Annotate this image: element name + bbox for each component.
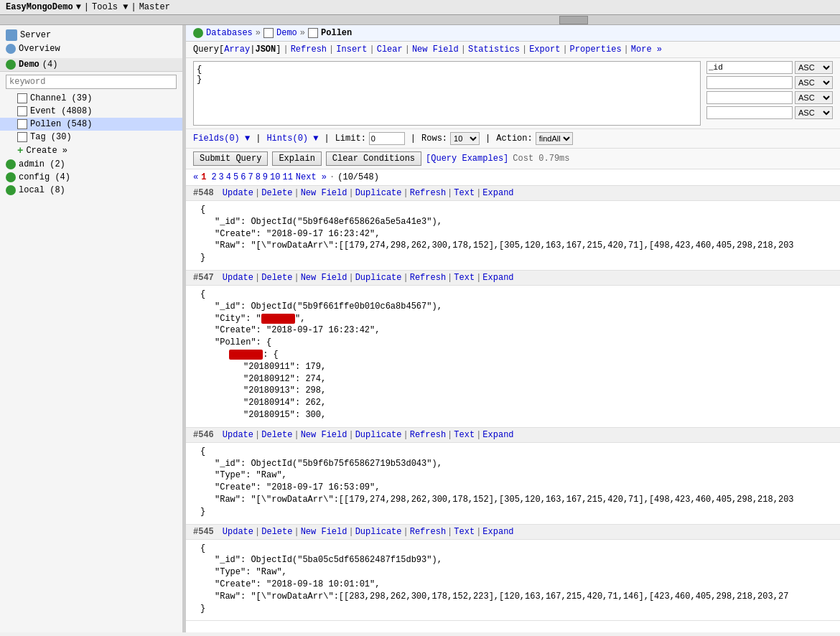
record-action-duplicate[interactable]: Duplicate <box>355 527 402 537</box>
sort-order-select-0[interactable]: ASC DESC <box>795 61 833 74</box>
sidebar-item-overview[interactable]: Overview <box>0 42 182 55</box>
page-link-3[interactable]: 3 <box>219 172 224 182</box>
record-action-update[interactable]: Update <box>223 273 253 283</box>
json-line: "Create": "2018-09-17 16:53:09", <box>200 482 826 494</box>
record-action-delete[interactable]: Delete <box>261 188 292 198</box>
record-action-text[interactable]: Text <box>454 430 475 440</box>
other-db-name: local (8) <box>19 185 65 195</box>
action-select[interactable]: findAll find count <box>536 132 573 145</box>
json-city-line: "City": "REDACT", <box>200 313 826 325</box>
record-action-new field[interactable]: New Field <box>301 527 347 537</box>
next-page[interactable]: Next » <box>296 172 327 182</box>
record-action-new field[interactable]: New Field <box>301 188 347 198</box>
hints-dropdown[interactable]: Hints(0) ▼ <box>266 134 318 144</box>
record-action-text[interactable]: Text <box>454 273 475 283</box>
page-link-8[interactable]: 8 <box>256 172 261 182</box>
fields-dropdown[interactable]: Fields(0) ▼ <box>193 134 250 144</box>
app-title-button[interactable]: EasyMongoDemo <box>6 2 73 12</box>
record-action-expand[interactable]: Expand <box>482 527 513 537</box>
breadcrumb-sep1: » <box>256 28 261 38</box>
sidebar-collection-tag[interactable]: Tag (30) <box>0 131 182 144</box>
explain-button[interactable]: Explain <box>272 151 321 166</box>
query-editor[interactable]: { } <box>193 61 701 126</box>
query-pipe: | <box>250 45 255 55</box>
sidebar-collection-pollen[interactable]: Pollen (548) <box>0 118 182 131</box>
collection-name: Channel (39) <box>30 93 92 103</box>
query-examples-link[interactable]: [Query Examples] <box>426 154 508 164</box>
record-action-delete[interactable]: Delete <box>261 273 292 283</box>
sidebar-db-config[interactable]: config (4) <box>0 171 182 184</box>
record-action-duplicate[interactable]: Duplicate <box>355 273 402 283</box>
page-link-7[interactable]: 7 <box>248 172 253 182</box>
limit-input[interactable] <box>369 132 405 145</box>
breadcrumb-demo[interactable]: Demo <box>276 28 297 38</box>
record-action-update[interactable]: Update <box>223 188 253 198</box>
toolbar-statistics-link[interactable]: Statistics <box>468 45 520 55</box>
toolbar-newfield-link[interactable]: New Field <box>412 45 459 55</box>
record-action-text[interactable]: Text <box>454 188 475 198</box>
toolbar-properties-link[interactable]: Properties <box>570 45 622 55</box>
page-link-4[interactable]: 4 <box>226 172 231 182</box>
toolbar-export-link[interactable]: Export <box>529 45 560 55</box>
sidebar-db-admin[interactable]: admin (2) <box>0 158 182 171</box>
sort-field-input-0[interactable] <box>706 61 793 74</box>
cost-text: Cost 0.79ms <box>513 154 569 164</box>
page-link-5[interactable]: 5 <box>233 172 238 182</box>
sidebar-item-server[interactable]: Server <box>0 28 182 42</box>
record-action-new field[interactable]: New Field <box>301 273 347 283</box>
page-link-2[interactable]: 2 <box>211 172 216 182</box>
record-action-text[interactable]: Text <box>454 527 475 537</box>
record-action-expand[interactable]: Expand <box>482 273 513 283</box>
sidebar-db-local[interactable]: local (8) <box>0 184 182 197</box>
prev-page[interactable]: « <box>193 172 198 182</box>
sort-field-input-3[interactable] <box>706 106 793 119</box>
sort-field-input-1[interactable] <box>706 76 793 89</box>
sort-order-select-3[interactable]: ASC DESC <box>795 106 833 119</box>
record-action-expand[interactable]: Expand <box>482 188 513 198</box>
record-action-refresh[interactable]: Refresh <box>410 188 446 198</box>
sidebar-db-demo[interactable]: Demo (4) <box>0 58 182 72</box>
record-action-refresh[interactable]: Refresh <box>410 430 446 440</box>
submit-query-button[interactable]: Submit Query <box>193 151 268 166</box>
json-line: "_id": ObjectId("5ba05c5df65862487f15db9… <box>200 554 826 566</box>
tools-menu[interactable]: Tools ▼ <box>92 2 128 12</box>
bracket-close: ] <box>276 45 281 55</box>
breadcrumb-databases[interactable]: Databases <box>206 28 253 38</box>
record-action-new field[interactable]: New Field <box>301 430 347 440</box>
rows-select[interactable]: 10 20 50 100 <box>450 132 480 145</box>
clear-conditions-button[interactable]: Clear Conditions <box>326 151 421 166</box>
sidebar-collection-event[interactable]: Event (4808) <box>0 105 182 118</box>
toolbar-clear-link[interactable]: Clear <box>377 45 403 55</box>
toolbar-insert-link[interactable]: Insert <box>336 45 367 55</box>
json-line: "Create": "2018-09-17 16:23:42", <box>200 228 826 240</box>
json-line: "Type": "Raw", <box>200 469 826 482</box>
record-action-update[interactable]: Update <box>223 527 253 537</box>
toolbar-more-link[interactable]: More » <box>631 45 662 55</box>
record-action-delete[interactable]: Delete <box>261 430 292 440</box>
toolbar-refresh-link[interactable]: Refresh <box>291 45 327 55</box>
sort-order-select-1[interactable]: ASC DESC <box>795 76 833 89</box>
page-link-10[interactable]: 10 <box>270 172 280 182</box>
page-link-6[interactable]: 6 <box>241 172 246 182</box>
sort-order-select-2[interactable]: ASC DESC <box>795 91 833 104</box>
query-array-link[interactable]: Array <box>224 45 250 55</box>
query-json-link[interactable]: JSON <box>255 45 276 55</box>
sidebar-create-collection[interactable]: + Create » <box>0 144 182 158</box>
record-action-duplicate[interactable]: Duplicate <box>355 430 402 440</box>
record-action-update[interactable]: Update <box>223 430 253 440</box>
record-sep: | <box>294 527 299 537</box>
scrollbar-top[interactable] <box>0 15 840 25</box>
keyword-input[interactable] <box>6 75 177 89</box>
sidebar-collection-channel[interactable]: Channel (39) <box>0 92 182 105</box>
record-action-delete[interactable]: Delete <box>261 527 292 537</box>
db-icon-small <box>6 185 16 195</box>
sort-field-input-2[interactable] <box>706 91 793 104</box>
record-sep: | <box>447 273 452 283</box>
record-action-refresh[interactable]: Refresh <box>410 527 446 537</box>
record-action-refresh[interactable]: Refresh <box>410 273 446 283</box>
record-action-expand[interactable]: Expand <box>482 430 513 440</box>
scrollbar-thumb[interactable] <box>559 16 588 24</box>
record-action-duplicate[interactable]: Duplicate <box>355 188 402 198</box>
page-link-11[interactable]: 11 <box>282 172 292 182</box>
page-link-9[interactable]: 9 <box>263 172 268 182</box>
